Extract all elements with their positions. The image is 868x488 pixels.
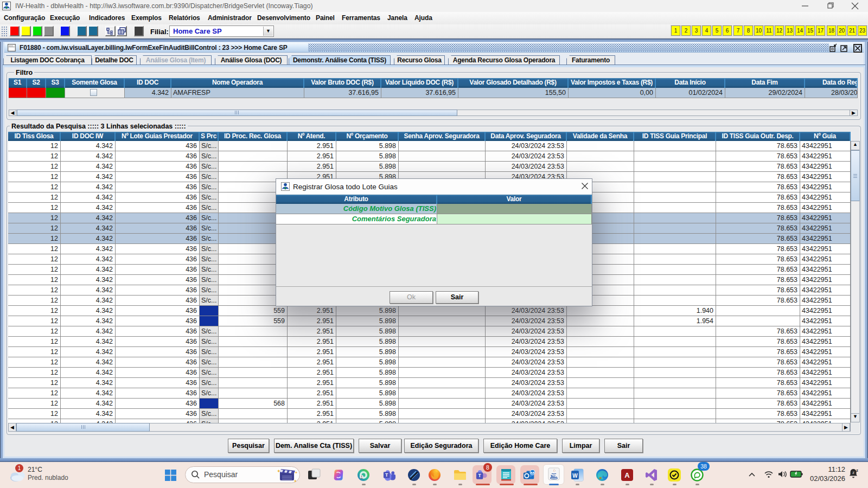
svg-text:T: T: [478, 473, 482, 478]
svg-text:✦: ✦: [293, 479, 297, 484]
svg-text:A: A: [624, 471, 630, 479]
svg-text:z: z: [852, 470, 854, 475]
svg-text:z: z: [856, 468, 858, 473]
svg-text:T: T: [385, 472, 388, 478]
svg-text:✦: ✦: [295, 471, 298, 474]
svg-text:✦: ✦: [277, 468, 281, 474]
svg-text:W: W: [572, 473, 578, 479]
